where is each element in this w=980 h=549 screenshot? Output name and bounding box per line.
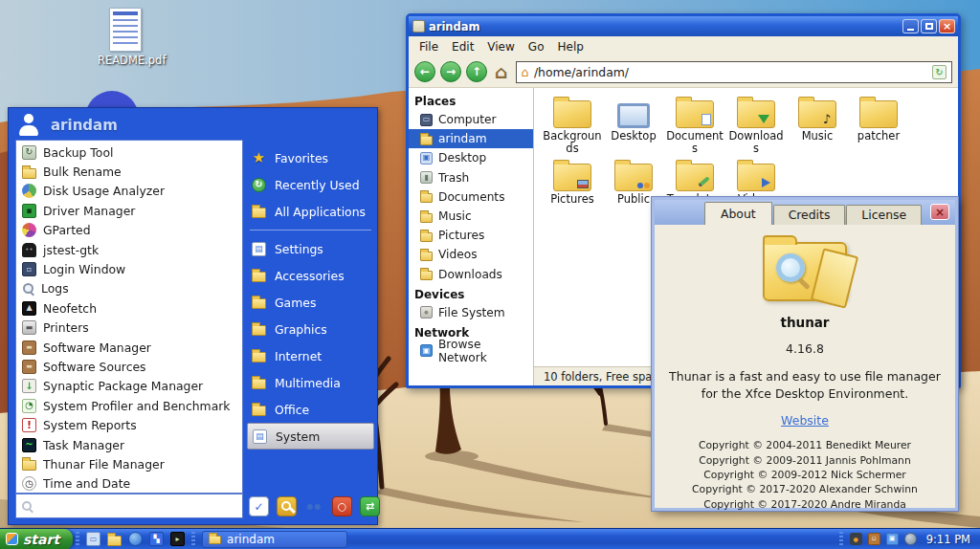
sidebar-item-downloads[interactable]: Downloads <box>409 265 533 284</box>
minimize-button[interactable] <box>902 19 919 33</box>
network-tray-icon[interactable]: ▣ <box>886 533 899 545</box>
menu-go[interactable]: Go <box>522 40 551 54</box>
category-graphics[interactable]: Graphics <box>247 316 374 342</box>
menu-app-login-window[interactable]: ▫Login Window <box>19 259 242 278</box>
menu-view[interactable]: View <box>480 40 521 54</box>
sidebar-item-desktop[interactable]: ▣Desktop <box>409 148 533 167</box>
menu-app-bulk-rename[interactable]: Bulk Rename <box>19 162 242 181</box>
menu-file[interactable]: File <box>412 40 445 54</box>
up-button[interactable]: ↑ <box>466 61 487 82</box>
taskbar-separator <box>191 532 195 547</box>
folder-item-pictures[interactable]: Pictures <box>542 157 603 206</box>
app-version: 4.16.8 <box>655 341 955 356</box>
menu-edit[interactable]: Edit <box>445 40 480 54</box>
menu-app-task-manager[interactable]: ~Task Manager <box>19 435 242 454</box>
file-manager-icon[interactable] <box>107 536 122 546</box>
folder-item-desktop[interactable]: Desktop <box>603 94 664 155</box>
desktop-icon-readme[interactable]: README.pdf <box>98 8 153 67</box>
path-bar[interactable]: ⌂ /home/arindam/ ↻ <box>516 61 952 83</box>
folder-item-music[interactable]: ♪Music <box>787 94 848 155</box>
forward-button[interactable]: → <box>440 61 461 82</box>
sidebar-item-videos[interactable]: Videos <box>409 245 533 264</box>
app-label: Disk Usage Analyzer <box>43 184 165 198</box>
taskbar-window-button[interactable]: arindam <box>202 531 347 548</box>
folder-label: Desktop <box>604 130 663 143</box>
reload-icon[interactable]: ↻ <box>932 65 947 79</box>
category-recently-used[interactable]: ↻Recently Used <box>247 171 374 198</box>
category-all-applications[interactable]: All Applications <box>247 198 374 225</box>
terminal-icon[interactable]: ▸ <box>170 532 185 546</box>
sidebar-item-arindam[interactable]: arindam <box>409 129 533 148</box>
tab-credits[interactable]: Credits <box>773 205 846 225</box>
menu-app-system-profiler-and-benchmark[interactable]: ◔System Profiler and Benchmark <box>19 396 242 415</box>
home-button[interactable]: ⌂ <box>492 63 511 81</box>
users-icon[interactable]: ●● <box>304 496 324 516</box>
dialog-titlebar[interactable]: AboutCreditsLicense × <box>655 200 955 225</box>
maximize-button[interactable] <box>921 19 937 33</box>
settings-manager-icon[interactable]: ✓ <box>249 496 269 516</box>
folder-item-backgrounds[interactable]: Backgrounds <box>542 94 603 155</box>
tab-about[interactable]: About <box>704 202 772 225</box>
globe-tray-icon[interactable] <box>904 533 917 545</box>
folder-item-documents[interactable]: Documents <box>664 94 725 155</box>
website-link[interactable]: Website <box>781 413 829 428</box>
lock-key-icon[interactable] <box>277 496 297 516</box>
folder-icon <box>614 164 653 191</box>
category-settings[interactable]: ▤Settings <box>247 235 374 262</box>
start-button[interactable]: start <box>0 529 73 549</box>
sidebar-item-browse-network[interactable]: ▣Browse Network <box>409 341 533 361</box>
menu-app-software-manager[interactable]: ▬Software Manager <box>19 338 242 357</box>
category-favorites[interactable]: ★Favorites <box>247 144 374 171</box>
menu-app-system-reports[interactable]: !System Reports <box>19 415 242 434</box>
sidebar-item-trash[interactable]: ▮Trash <box>409 168 533 187</box>
menu-app-synaptic-package-manager[interactable]: ↓Synaptic Package Manager <box>19 377 242 396</box>
sidebar-item-pictures[interactable]: Pictures <box>409 226 533 245</box>
category-office[interactable]: Office <box>247 396 374 423</box>
sidebar-item-file-system[interactable]: ●File System <box>409 303 533 322</box>
menu-app-software-sources[interactable]: ▬Software Sources <box>19 357 242 376</box>
menu-app-neofetch[interactable]: ▲Neofetch <box>19 298 242 318</box>
menu-app-disk-usage-analyzer[interactable]: Disk Usage Analyzer <box>19 182 242 201</box>
menu-app-printers[interactable]: ▬Printers <box>19 318 242 338</box>
category-games[interactable]: Games <box>247 289 374 316</box>
switch-user-icon[interactable]: ⇄ <box>360 496 380 516</box>
menu-app-logs[interactable]: Logs <box>19 279 242 298</box>
package-tray-icon[interactable]: ▫ <box>868 533 880 545</box>
computer-icon: ▭ <box>420 114 433 126</box>
copyright-lines: Copyright © 2004-2011 Benedikt MeurerCop… <box>655 438 955 512</box>
close-button[interactable]: × <box>939 19 955 33</box>
menu-app-time-and-date[interactable]: ◷Time and Date <box>19 474 242 494</box>
sidebar-item-music[interactable]: Music <box>409 207 533 226</box>
magnifier-icon <box>22 282 34 295</box>
sidebar-item-label: Trash <box>438 171 469 185</box>
folder-icon <box>737 100 775 128</box>
menu-app-backup-tool[interactable]: ↻Backup Tool <box>19 143 242 162</box>
show-desktop-icon[interactable]: ▭ <box>86 532 100 546</box>
power-icon[interactable]: ○ <box>332 496 352 516</box>
category-multimedia[interactable]: Multimedia <box>247 369 374 396</box>
folder-item-downloads[interactable]: Downloads <box>725 94 787 155</box>
menu-app-gparted[interactable]: GParted <box>19 221 242 240</box>
title-bar[interactable]: arindam × <box>409 16 958 36</box>
sidebar-item-computer[interactable]: ▭Computer <box>409 110 533 129</box>
category-internet[interactable]: Internet <box>247 342 374 369</box>
menu-help[interactable]: Help <box>550 40 590 54</box>
search-box[interactable] <box>15 494 243 518</box>
app-label: Driver Manager <box>43 204 135 218</box>
category-system[interactable]: ▤System <box>247 423 374 450</box>
menu-app-thunar-file-manager[interactable]: Thunar File Manager <box>19 454 242 473</box>
menu-app-driver-manager[interactable]: ▪Driver Manager <box>19 201 242 220</box>
sidebar-item-documents[interactable]: Documents <box>409 187 533 207</box>
taskbar-clock[interactable]: 9:11 PM <box>921 533 980 546</box>
menu-app-jstest-gtk[interactable]: ••jstest-gtk <box>19 240 242 259</box>
tab-license[interactable]: License <box>846 205 922 225</box>
category-accessories[interactable]: Accessories <box>247 262 374 289</box>
security-tray-icon[interactable]: ● <box>850 533 862 545</box>
browser-globe-icon[interactable] <box>128 532 143 546</box>
dialog-close-button[interactable]: × <box>930 204 949 220</box>
applications-icon[interactable]: ▚ <box>149 532 164 546</box>
app-label: Synaptic Package Manager <box>43 379 203 393</box>
folder-item-patcher[interactable]: patcher <box>848 94 909 155</box>
back-button[interactable]: ← <box>414 61 435 82</box>
search-input[interactable] <box>37 499 236 513</box>
